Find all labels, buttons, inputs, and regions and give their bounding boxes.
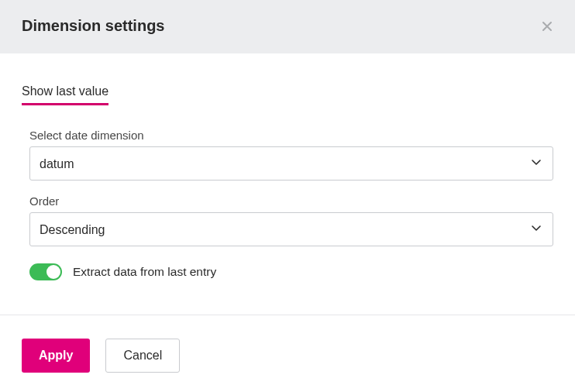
field-extract: Extract data from last entry [29, 263, 553, 280]
toggle-extract[interactable] [29, 263, 62, 280]
tabs: Show last value [22, 84, 553, 105]
dialog-header: Dimension settings [0, 0, 575, 53]
label-order: Order [29, 194, 553, 208]
cancel-button[interactable]: Cancel [105, 339, 180, 373]
field-date-dimension: Select date dimension datum [29, 129, 553, 181]
dialog-footer: Apply Cancel [0, 315, 575, 392]
select-date-dimension[interactable]: datum [29, 146, 553, 181]
tab-show-last-value[interactable]: Show last value [22, 84, 108, 105]
dialog-title: Dimension settings [22, 17, 164, 35]
select-order[interactable]: Descending [29, 212, 553, 246]
close-icon[interactable] [541, 20, 553, 33]
apply-button[interactable]: Apply [22, 339, 90, 373]
toggle-knob [46, 265, 60, 279]
label-extract: Extract data from last entry [73, 265, 216, 279]
dialog-body: Show last value Select date dimension da… [0, 53, 575, 315]
field-order: Order Descending [29, 194, 553, 246]
label-date-dimension: Select date dimension [29, 129, 553, 142]
